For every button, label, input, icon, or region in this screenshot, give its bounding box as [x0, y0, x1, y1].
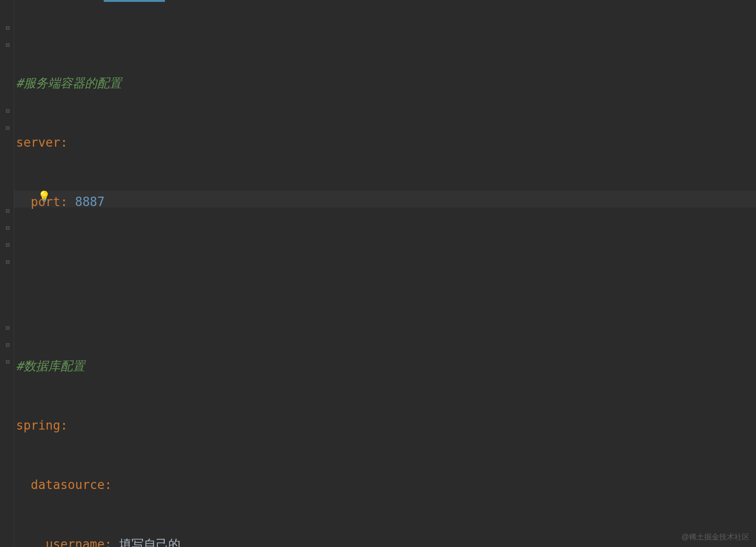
fold-icon[interactable]: ⊟	[6, 224, 12, 231]
code-line[interactable]	[16, 298, 756, 315]
fold-icon[interactable]: ⊟	[6, 124, 12, 131]
fold-icon[interactable]: ⊟	[6, 358, 12, 365]
code-line[interactable]: spring:	[16, 417, 756, 434]
fold-icon[interactable]: ⊟	[6, 241, 12, 248]
yaml-value: 8887	[75, 195, 105, 209]
yaml-key: datasource	[31, 478, 105, 492]
fold-icon[interactable]: ⊟	[6, 108, 12, 114]
comment-text: #数据库配置	[16, 359, 85, 373]
code-area[interactable]: 💡 #服务端容器的配置 server: port: 8887 #数据库配置 sp…	[14, 0, 756, 547]
fold-icon[interactable]: ⊟	[6, 25, 12, 31]
fold-icon[interactable]: ⊟	[6, 324, 12, 331]
yaml-key: username	[46, 537, 105, 547]
comment-text: #服务端容器的配置	[16, 76, 122, 90]
watermark-text: @稀土掘金技术社区	[682, 532, 749, 542]
yaml-value: 填写自己的	[119, 537, 181, 547]
yaml-key: server	[16, 135, 60, 149]
code-line[interactable]: username: 填写自己的	[16, 536, 756, 547]
code-line[interactable]: server:	[16, 134, 756, 151]
code-line[interactable]: #服务端容器的配置	[16, 75, 756, 91]
code-line[interactable]	[16, 253, 756, 270]
gutter[interactable]: ⊟ ⊟ ⊟ ⊟ ⊟ ⊟ ⊟ ⊟ ⊟ ⊟ ⊟	[0, 0, 14, 547]
fold-icon[interactable]: ⊟	[6, 341, 12, 348]
code-editor[interactable]: ⊟ ⊟ ⊟ ⊟ ⊟ ⊟ ⊟ ⊟ ⊟ ⊟ ⊟ 💡 #服务端容器的配置 server…	[0, 0, 756, 547]
fold-icon[interactable]: ⊟	[6, 41, 12, 48]
fold-icon[interactable]: ⊟	[6, 258, 12, 265]
yaml-key: spring	[16, 418, 60, 432]
code-line[interactable]: #数据库配置	[16, 357, 756, 374]
code-line[interactable]: datasource:	[16, 476, 756, 493]
fold-icon[interactable]: ⊟	[6, 207, 12, 214]
yaml-key: port	[31, 195, 60, 209]
current-line-highlight	[14, 191, 756, 207]
